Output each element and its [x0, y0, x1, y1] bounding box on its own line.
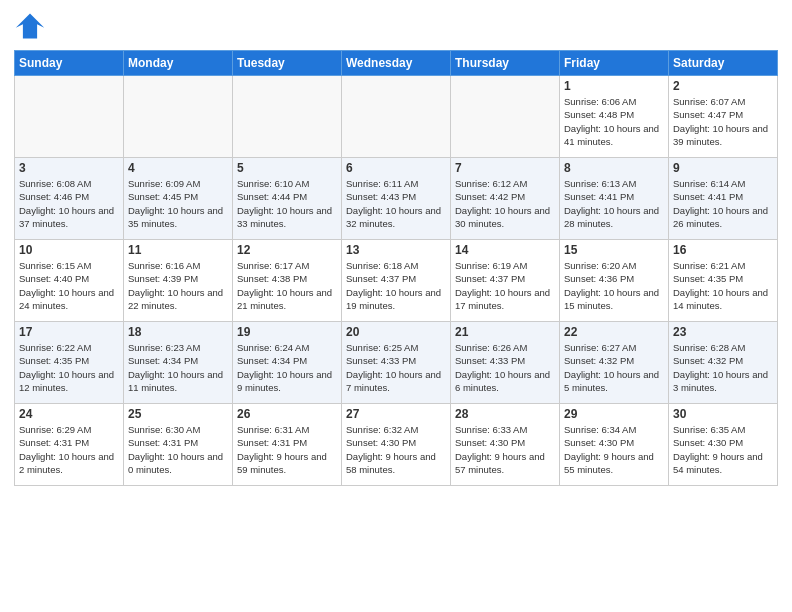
- day-number: 21: [455, 325, 555, 339]
- day-number: 19: [237, 325, 337, 339]
- week-row-2: 10Sunrise: 6:15 AM Sunset: 4:40 PM Dayli…: [15, 240, 778, 322]
- col-header-thursday: Thursday: [451, 51, 560, 76]
- day-info: Sunrise: 6:30 AM Sunset: 4:31 PM Dayligh…: [128, 423, 228, 476]
- day-cell: 14Sunrise: 6:19 AM Sunset: 4:37 PM Dayli…: [451, 240, 560, 322]
- week-row-4: 24Sunrise: 6:29 AM Sunset: 4:31 PM Dayli…: [15, 404, 778, 486]
- day-cell: 11Sunrise: 6:16 AM Sunset: 4:39 PM Dayli…: [124, 240, 233, 322]
- day-cell: 12Sunrise: 6:17 AM Sunset: 4:38 PM Dayli…: [233, 240, 342, 322]
- day-number: 26: [237, 407, 337, 421]
- day-info: Sunrise: 6:25 AM Sunset: 4:33 PM Dayligh…: [346, 341, 446, 394]
- day-cell: 28Sunrise: 6:33 AM Sunset: 4:30 PM Dayli…: [451, 404, 560, 486]
- day-info: Sunrise: 6:24 AM Sunset: 4:34 PM Dayligh…: [237, 341, 337, 394]
- day-info: Sunrise: 6:28 AM Sunset: 4:32 PM Dayligh…: [673, 341, 773, 394]
- day-cell: 22Sunrise: 6:27 AM Sunset: 4:32 PM Dayli…: [560, 322, 669, 404]
- day-cell: 16Sunrise: 6:21 AM Sunset: 4:35 PM Dayli…: [669, 240, 778, 322]
- day-cell: 19Sunrise: 6:24 AM Sunset: 4:34 PM Dayli…: [233, 322, 342, 404]
- calendar-header-row: SundayMondayTuesdayWednesdayThursdayFrid…: [15, 51, 778, 76]
- header: [14, 10, 778, 42]
- day-number: 5: [237, 161, 337, 175]
- day-cell: 3Sunrise: 6:08 AM Sunset: 4:46 PM Daylig…: [15, 158, 124, 240]
- day-cell: 7Sunrise: 6:12 AM Sunset: 4:42 PM Daylig…: [451, 158, 560, 240]
- day-number: 6: [346, 161, 446, 175]
- week-row-1: 3Sunrise: 6:08 AM Sunset: 4:46 PM Daylig…: [15, 158, 778, 240]
- day-info: Sunrise: 6:34 AM Sunset: 4:30 PM Dayligh…: [564, 423, 664, 476]
- day-info: Sunrise: 6:27 AM Sunset: 4:32 PM Dayligh…: [564, 341, 664, 394]
- day-cell: 20Sunrise: 6:25 AM Sunset: 4:33 PM Dayli…: [342, 322, 451, 404]
- day-cell: 13Sunrise: 6:18 AM Sunset: 4:37 PM Dayli…: [342, 240, 451, 322]
- calendar-table: SundayMondayTuesdayWednesdayThursdayFrid…: [14, 50, 778, 486]
- day-number: 24: [19, 407, 119, 421]
- day-number: 4: [128, 161, 228, 175]
- day-info: Sunrise: 6:06 AM Sunset: 4:48 PM Dayligh…: [564, 95, 664, 148]
- day-number: 17: [19, 325, 119, 339]
- day-info: Sunrise: 6:16 AM Sunset: 4:39 PM Dayligh…: [128, 259, 228, 312]
- logo: [14, 10, 50, 42]
- col-header-monday: Monday: [124, 51, 233, 76]
- day-cell: 2Sunrise: 6:07 AM Sunset: 4:47 PM Daylig…: [669, 76, 778, 158]
- day-cell: 24Sunrise: 6:29 AM Sunset: 4:31 PM Dayli…: [15, 404, 124, 486]
- day-info: Sunrise: 6:29 AM Sunset: 4:31 PM Dayligh…: [19, 423, 119, 476]
- day-cell: 26Sunrise: 6:31 AM Sunset: 4:31 PM Dayli…: [233, 404, 342, 486]
- day-cell: 27Sunrise: 6:32 AM Sunset: 4:30 PM Dayli…: [342, 404, 451, 486]
- logo-icon: [14, 10, 46, 42]
- day-number: 9: [673, 161, 773, 175]
- day-number: 27: [346, 407, 446, 421]
- col-header-saturday: Saturday: [669, 51, 778, 76]
- day-number: 7: [455, 161, 555, 175]
- col-header-tuesday: Tuesday: [233, 51, 342, 76]
- day-number: 10: [19, 243, 119, 257]
- day-cell: 29Sunrise: 6:34 AM Sunset: 4:30 PM Dayli…: [560, 404, 669, 486]
- day-cell: 21Sunrise: 6:26 AM Sunset: 4:33 PM Dayli…: [451, 322, 560, 404]
- day-cell: 5Sunrise: 6:10 AM Sunset: 4:44 PM Daylig…: [233, 158, 342, 240]
- col-header-wednesday: Wednesday: [342, 51, 451, 76]
- day-number: 12: [237, 243, 337, 257]
- day-info: Sunrise: 6:18 AM Sunset: 4:37 PM Dayligh…: [346, 259, 446, 312]
- col-header-friday: Friday: [560, 51, 669, 76]
- day-cell: [233, 76, 342, 158]
- page: SundayMondayTuesdayWednesdayThursdayFrid…: [0, 0, 792, 612]
- day-number: 3: [19, 161, 119, 175]
- day-info: Sunrise: 6:13 AM Sunset: 4:41 PM Dayligh…: [564, 177, 664, 230]
- week-row-0: 1Sunrise: 6:06 AM Sunset: 4:48 PM Daylig…: [15, 76, 778, 158]
- day-cell: [342, 76, 451, 158]
- day-cell: 4Sunrise: 6:09 AM Sunset: 4:45 PM Daylig…: [124, 158, 233, 240]
- day-number: 22: [564, 325, 664, 339]
- day-number: 15: [564, 243, 664, 257]
- day-cell: [124, 76, 233, 158]
- day-cell: 6Sunrise: 6:11 AM Sunset: 4:43 PM Daylig…: [342, 158, 451, 240]
- day-info: Sunrise: 6:12 AM Sunset: 4:42 PM Dayligh…: [455, 177, 555, 230]
- day-cell: 1Sunrise: 6:06 AM Sunset: 4:48 PM Daylig…: [560, 76, 669, 158]
- day-number: 13: [346, 243, 446, 257]
- col-header-sunday: Sunday: [15, 51, 124, 76]
- day-cell: 30Sunrise: 6:35 AM Sunset: 4:30 PM Dayli…: [669, 404, 778, 486]
- day-cell: [15, 76, 124, 158]
- day-number: 1: [564, 79, 664, 93]
- day-info: Sunrise: 6:15 AM Sunset: 4:40 PM Dayligh…: [19, 259, 119, 312]
- day-info: Sunrise: 6:17 AM Sunset: 4:38 PM Dayligh…: [237, 259, 337, 312]
- day-cell: 25Sunrise: 6:30 AM Sunset: 4:31 PM Dayli…: [124, 404, 233, 486]
- day-cell: 8Sunrise: 6:13 AM Sunset: 4:41 PM Daylig…: [560, 158, 669, 240]
- day-number: 29: [564, 407, 664, 421]
- day-info: Sunrise: 6:08 AM Sunset: 4:46 PM Dayligh…: [19, 177, 119, 230]
- day-number: 8: [564, 161, 664, 175]
- day-cell: 18Sunrise: 6:23 AM Sunset: 4:34 PM Dayli…: [124, 322, 233, 404]
- day-info: Sunrise: 6:07 AM Sunset: 4:47 PM Dayligh…: [673, 95, 773, 148]
- day-cell: [451, 76, 560, 158]
- day-number: 14: [455, 243, 555, 257]
- day-number: 28: [455, 407, 555, 421]
- day-info: Sunrise: 6:32 AM Sunset: 4:30 PM Dayligh…: [346, 423, 446, 476]
- day-number: 11: [128, 243, 228, 257]
- day-info: Sunrise: 6:26 AM Sunset: 4:33 PM Dayligh…: [455, 341, 555, 394]
- day-info: Sunrise: 6:09 AM Sunset: 4:45 PM Dayligh…: [128, 177, 228, 230]
- day-number: 16: [673, 243, 773, 257]
- day-info: Sunrise: 6:11 AM Sunset: 4:43 PM Dayligh…: [346, 177, 446, 230]
- day-cell: 9Sunrise: 6:14 AM Sunset: 4:41 PM Daylig…: [669, 158, 778, 240]
- day-number: 18: [128, 325, 228, 339]
- day-info: Sunrise: 6:10 AM Sunset: 4:44 PM Dayligh…: [237, 177, 337, 230]
- day-info: Sunrise: 6:23 AM Sunset: 4:34 PM Dayligh…: [128, 341, 228, 394]
- day-info: Sunrise: 6:31 AM Sunset: 4:31 PM Dayligh…: [237, 423, 337, 476]
- day-cell: 17Sunrise: 6:22 AM Sunset: 4:35 PM Dayli…: [15, 322, 124, 404]
- day-number: 25: [128, 407, 228, 421]
- week-row-3: 17Sunrise: 6:22 AM Sunset: 4:35 PM Dayli…: [15, 322, 778, 404]
- day-info: Sunrise: 6:20 AM Sunset: 4:36 PM Dayligh…: [564, 259, 664, 312]
